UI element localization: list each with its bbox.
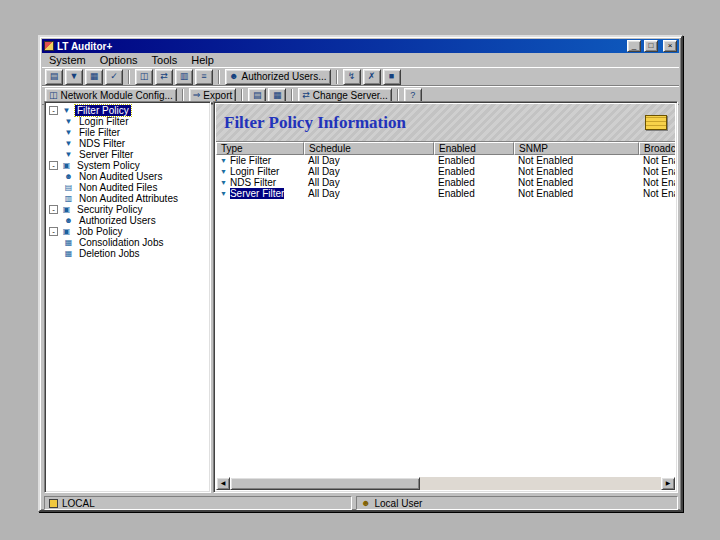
list-body: ▼File FilterAll DayEnabledNot EnabledNot… bbox=[216, 155, 675, 199]
maximize-button[interactable]: □ bbox=[644, 40, 658, 52]
tree-item-label: Security Policy bbox=[75, 204, 145, 215]
tree-item-filter-policy[interactable]: -▼Filter Policy bbox=[46, 105, 209, 116]
table-row-login-filter[interactable]: ▼Login FilterAll DayEnabledNot EnabledNo… bbox=[216, 166, 675, 177]
grid-button[interactable]: ▦ bbox=[85, 69, 103, 85]
menu-item-tools[interactable]: Tools bbox=[145, 54, 185, 67]
check-icon: ✓ bbox=[110, 72, 118, 81]
tree-item-label: Filter Policy bbox=[75, 105, 131, 116]
alert-button[interactable]: ↯ bbox=[343, 69, 361, 85]
tree-item-login-filter[interactable]: ▼Login Filter bbox=[46, 116, 209, 127]
toolbar-separator bbox=[218, 70, 220, 84]
document-icon: ▤ bbox=[253, 91, 262, 100]
security-policy-icon: ▣ bbox=[61, 205, 72, 214]
tree-item-system-policy[interactable]: -▣System Policy bbox=[46, 160, 209, 171]
cell-enabled: Enabled bbox=[434, 155, 514, 166]
scroll-thumb[interactable] bbox=[230, 477, 420, 490]
nds-filter-icon: ▼ bbox=[63, 139, 74, 148]
table-row-nds-filter[interactable]: ▼NDS FilterAll DayEnabledNot EnabledNot … bbox=[216, 177, 675, 188]
column-header-broadcast[interactable]: Broadcast bbox=[639, 142, 675, 155]
slide-background: LT Auditor+ _ □ × SystemOptionsToolsHelp… bbox=[0, 0, 720, 540]
cell-type-text: NDS Filter bbox=[230, 177, 276, 188]
horizontal-scrollbar[interactable]: ◀ ▶ bbox=[216, 477, 675, 490]
column-header-snmp[interactable]: SNMP bbox=[514, 142, 639, 155]
scroll-right-button[interactable]: ▶ bbox=[661, 477, 675, 490]
table-row-file-filter[interactable]: ▼File FilterAll DayEnabledNot EnabledNot… bbox=[216, 155, 675, 166]
menu-bar: SystemOptionsToolsHelp bbox=[42, 54, 679, 67]
content-title: Filter Policy Information bbox=[224, 113, 645, 133]
list-icon: ▥ bbox=[180, 72, 189, 81]
stop-button[interactable]: ■ bbox=[383, 69, 401, 85]
scroll-track[interactable] bbox=[230, 477, 661, 490]
cell-enabled: Enabled bbox=[434, 188, 514, 199]
close-button[interactable]: × bbox=[663, 40, 677, 52]
cell-broadcast: Not Enabled bbox=[639, 177, 675, 188]
deletion-jobs-icon: ▦ bbox=[63, 249, 74, 258]
tree-item-label: Deletion Jobs bbox=[77, 248, 142, 259]
transfer-button[interactable]: ⇄ bbox=[155, 69, 173, 85]
cell-type-text: Login Filter bbox=[230, 166, 279, 177]
expander-icon[interactable]: - bbox=[49, 106, 58, 115]
column-header-enabled[interactable]: Enabled bbox=[434, 142, 514, 155]
cell-snmp: Not Enabled bbox=[514, 155, 639, 166]
grid-icon: ▦ bbox=[90, 72, 99, 81]
row-filter-icon: ▼ bbox=[220, 179, 227, 187]
logged-user-icon: ☻ bbox=[361, 499, 370, 508]
report-button[interactable]: ▤ bbox=[45, 69, 63, 85]
menu-item-system[interactable]: System bbox=[42, 54, 93, 67]
tree-item-non-audited-users[interactable]: ☻Non Audited Users bbox=[46, 171, 209, 182]
column-header-type[interactable]: Type bbox=[216, 142, 304, 155]
filter-policy-icon: ▼ bbox=[61, 106, 72, 115]
tree-item-deletion-jobs[interactable]: ▦Deletion Jobs bbox=[46, 248, 209, 259]
table-row-server-filter[interactable]: ▼Server FilterAll DayEnabledNot EnabledN… bbox=[216, 188, 675, 199]
toolbar-separator bbox=[128, 70, 130, 84]
tree-item-file-filter[interactable]: ▼File Filter bbox=[46, 127, 209, 138]
transfer-icon: ⇄ bbox=[160, 72, 168, 81]
report-icon: ▤ bbox=[50, 72, 59, 81]
window-title: LT Auditor+ bbox=[57, 41, 624, 52]
authorized-users-button[interactable]: ☻Authorized Users... bbox=[225, 69, 331, 85]
table-icon: ▦ bbox=[273, 91, 282, 100]
tree-item-server-filter[interactable]: ▼Server Filter bbox=[46, 149, 209, 160]
expander-icon[interactable]: - bbox=[49, 227, 58, 236]
minimize-button[interactable]: _ bbox=[627, 40, 641, 52]
export-icon: ⇒ bbox=[193, 91, 201, 100]
login-filter-icon: ▼ bbox=[63, 117, 74, 126]
tree-item-nds-filter[interactable]: ▼NDS Filter bbox=[46, 138, 209, 149]
cell-schedule: All Day bbox=[304, 188, 434, 199]
file-filter-icon: ▼ bbox=[63, 128, 74, 137]
titlebar[interactable]: LT Auditor+ _ □ × bbox=[42, 39, 679, 53]
menu-item-options[interactable]: Options bbox=[93, 54, 145, 67]
list-button[interactable]: ▥ bbox=[175, 69, 193, 85]
tree-item-label: Non Audited Users bbox=[77, 171, 164, 182]
row-filter-icon: ▼ bbox=[220, 190, 227, 198]
tree-item-label: Login Filter bbox=[77, 116, 130, 127]
filter-list-view: TypeScheduleEnabledSNMPBroadcast ▼File F… bbox=[216, 142, 675, 477]
tree-item-consolidation-jobs[interactable]: ▦Consolidation Jobs bbox=[46, 237, 209, 248]
details-button[interactable]: ≡ bbox=[195, 69, 213, 85]
network-module-config-button-label: Network Module Config... bbox=[61, 90, 173, 101]
cell-type: ▼Server Filter bbox=[216, 188, 304, 199]
tree-item-security-policy[interactable]: -▣Security Policy bbox=[46, 204, 209, 215]
tree-item-label: Consolidation Jobs bbox=[77, 237, 166, 248]
content-panel: Filter Policy Information TypeScheduleEn… bbox=[213, 101, 678, 493]
notes-icon bbox=[645, 115, 667, 130]
content-header: Filter Policy Information bbox=[216, 104, 675, 142]
tree-item-job-policy[interactable]: -▣Job Policy bbox=[46, 226, 209, 237]
scroll-left-button[interactable]: ◀ bbox=[216, 477, 230, 490]
computer-icon bbox=[49, 499, 58, 508]
expander-icon[interactable]: - bbox=[49, 205, 58, 214]
menu-item-help[interactable]: Help bbox=[184, 54, 221, 67]
view-button[interactable]: ◫ bbox=[135, 69, 153, 85]
tree-item-label: Non Audited Attributes bbox=[77, 193, 180, 204]
tree-item-non-audited-files[interactable]: ▤Non Audited Files bbox=[46, 182, 209, 193]
filter-button[interactable]: ▼ bbox=[65, 69, 83, 85]
cell-enabled: Enabled bbox=[434, 166, 514, 177]
tree-item-authorized-users[interactable]: ☻Authorized Users bbox=[46, 215, 209, 226]
column-header-schedule[interactable]: Schedule bbox=[304, 142, 434, 155]
status-panel-location: LOCAL bbox=[44, 496, 352, 510]
tree-item-non-audited-attributes[interactable]: ▥Non Audited Attributes bbox=[46, 193, 209, 204]
clear-button[interactable]: ✗ bbox=[363, 69, 381, 85]
apply-button[interactable]: ✓ bbox=[105, 69, 123, 85]
expander-icon[interactable]: - bbox=[49, 161, 58, 170]
cell-snmp: Not Enabled bbox=[514, 166, 639, 177]
